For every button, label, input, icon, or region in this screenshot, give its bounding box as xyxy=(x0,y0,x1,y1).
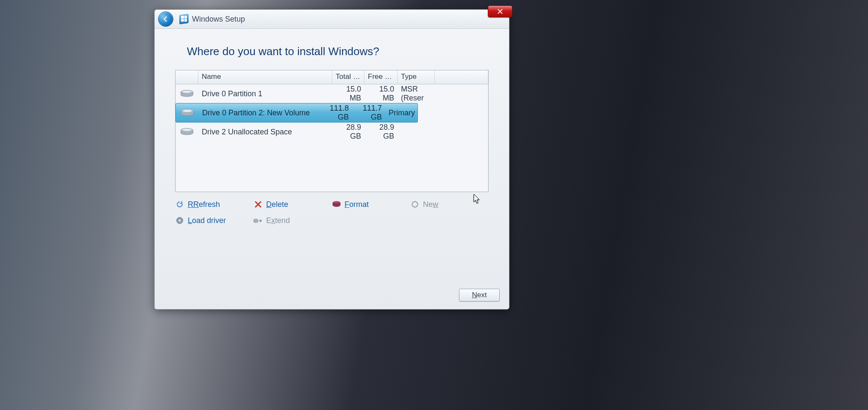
next-button[interactable]: Next xyxy=(459,289,500,301)
drive-icon xyxy=(180,127,194,137)
action-label: Format xyxy=(345,200,369,209)
partition-list[interactable]: Name Total size Free spa... Type Drive 0… xyxy=(175,70,489,192)
action-label: RRefresh xyxy=(188,200,220,209)
action-label: Load driver xyxy=(188,216,226,225)
partition-name: Drive 0 Partition 2: New Volume xyxy=(199,109,320,117)
partition-total: 111.8 GB xyxy=(320,104,352,122)
svg-point-9 xyxy=(179,220,181,222)
windows-setup-icon xyxy=(179,14,189,24)
col-free-space[interactable]: Free spa... xyxy=(364,70,398,84)
next-label: Next xyxy=(472,291,487,299)
svg-point-3 xyxy=(183,110,192,112)
col-type[interactable]: Type xyxy=(398,70,435,84)
refresh-icon xyxy=(175,200,184,209)
close-icon xyxy=(497,8,504,15)
format-icon xyxy=(332,200,341,209)
partition-row[interactable]: Drive 0 Partition 1 15.0 MB 15.0 MB MSR … xyxy=(175,84,488,103)
setup-window: Windows Setup Where do you want to insta… xyxy=(154,9,509,310)
extend-action[interactable]: Extend xyxy=(253,216,332,225)
svg-rect-10 xyxy=(254,219,258,223)
footer: Next xyxy=(459,289,500,301)
close-button[interactable] xyxy=(488,6,512,17)
titlebar: Windows Setup xyxy=(155,10,509,29)
drive-icon xyxy=(180,108,195,117)
partition-row-selected[interactable]: Drive 0 Partition 2: New Volume 111.8 GB… xyxy=(175,103,418,123)
delete-icon xyxy=(253,200,263,209)
action-label: Delete xyxy=(266,200,288,209)
format-action[interactable]: Format xyxy=(332,200,410,209)
window-title: Windows Setup xyxy=(192,15,245,24)
column-headers: Name Total size Free spa... Type xyxy=(175,70,488,84)
partition-free: 15.0 MB xyxy=(364,85,398,103)
col-name[interactable]: Name xyxy=(198,70,332,84)
partition-name: Drive 0 Partition 1 xyxy=(198,89,332,98)
drive-actions: RRefresh Delete Format New xyxy=(175,200,489,225)
partition-type: MSR (Reser xyxy=(398,85,435,103)
partition-free: 111.7 GB xyxy=(352,104,385,122)
action-label: New xyxy=(423,200,438,209)
action-label: Extend xyxy=(266,216,290,225)
partition-name: Drive 2 Unallocated Space xyxy=(198,128,332,137)
partition-total: 28.9 GB xyxy=(332,123,364,141)
load-driver-action[interactable]: Load driver xyxy=(175,216,253,225)
refresh-action[interactable]: RRefresh xyxy=(175,200,253,209)
load-driver-icon xyxy=(175,216,184,225)
partition-row[interactable]: Drive 2 Unallocated Space 28.9 GB 28.9 G… xyxy=(175,123,488,141)
delete-action[interactable]: Delete xyxy=(253,200,332,209)
back-arrow-icon xyxy=(162,15,170,23)
svg-point-1 xyxy=(183,91,191,93)
new-icon xyxy=(410,200,420,209)
new-action[interactable]: New xyxy=(410,200,489,209)
page-title: Where do you want to install Windows? xyxy=(187,45,489,58)
extend-icon xyxy=(253,216,263,225)
content-area: Where do you want to install Windows? Na… xyxy=(155,29,509,225)
drive-icon xyxy=(180,89,194,98)
col-total-size[interactable]: Total size xyxy=(332,70,364,84)
back-button[interactable] xyxy=(158,11,173,27)
partition-free: 28.9 GB xyxy=(364,123,398,141)
partition-type: Primary xyxy=(385,109,411,117)
svg-point-5 xyxy=(183,129,191,131)
partition-total: 15.0 MB xyxy=(332,85,364,103)
